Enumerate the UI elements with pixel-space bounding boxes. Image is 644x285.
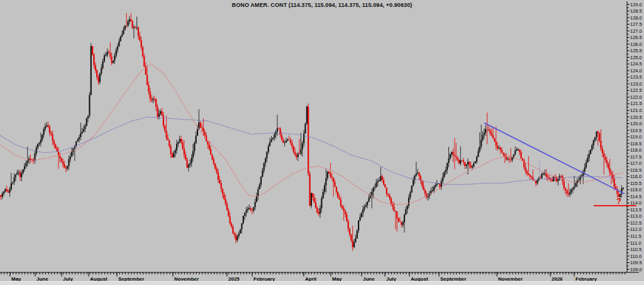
svg-text:126.5: 126.5 — [630, 35, 642, 40]
svg-text:127.0: 127.0 — [630, 28, 642, 34]
svg-text:115.0: 115.0 — [630, 187, 641, 193]
svg-text:110.5: 110.5 — [630, 247, 641, 252]
svg-text:121.5: 121.5 — [630, 101, 642, 106]
svg-text:114.0: 114.0 — [630, 200, 641, 206]
svg-text:118.5: 118.5 — [630, 141, 641, 147]
svg-text:124.5: 124.5 — [630, 61, 642, 67]
svg-text:110.0: 110.0 — [630, 254, 641, 259]
ma-fast-line — [0, 64, 623, 204]
svg-text:114.5: 114.5 — [630, 194, 641, 199]
svg-text:123.5: 123.5 — [630, 74, 642, 80]
svg-text:127.5: 127.5 — [630, 21, 642, 27]
axes — [0, 1, 639, 272]
svg-text:122.5: 122.5 — [630, 87, 642, 93]
svg-text:112.0: 112.0 — [630, 226, 641, 232]
svg-text:120.5: 120.5 — [630, 115, 642, 120]
candlesticks — [1, 13, 623, 251]
svg-text:118.0: 118.0 — [630, 147, 641, 153]
x-axis-labels: MayJuneJulyAugustSeptemberNovember2025Fe… — [1, 272, 625, 282]
trendline[interactable] — [484, 123, 625, 194]
svg-text:115.5: 115.5 — [630, 181, 641, 186]
svg-text:113.0: 113.0 — [630, 213, 641, 219]
svg-text:111.5: 111.5 — [630, 233, 641, 239]
svg-text:116.5: 116.5 — [630, 167, 641, 173]
svg-text:125.5: 125.5 — [630, 48, 642, 53]
svg-text:121.0: 121.0 — [630, 108, 642, 113]
svg-text:?: ? — [616, 196, 621, 206]
svg-text:112.5: 112.5 — [630, 220, 641, 226]
chart-window: BONO AMER. CONT (114.375, 115.094, 114.3… — [0, 0, 644, 285]
svg-text:122.0: 122.0 — [630, 94, 642, 100]
svg-text:124.0: 124.0 — [630, 68, 642, 74]
svg-text:109.5: 109.5 — [630, 260, 642, 265]
svg-text:129.0: 129.0 — [630, 2, 642, 8]
svg-text:116.0: 116.0 — [630, 174, 641, 179]
svg-text:117.5: 117.5 — [630, 154, 641, 160]
price-chart-canvas[interactable]: 109.0109.5110.0110.5111.0111.5112.0112.5… — [0, 0, 644, 285]
svg-text:128.0: 128.0 — [630, 15, 642, 21]
svg-text:120.0: 120.0 — [630, 121, 642, 126]
svg-text:109.0: 109.0 — [630, 267, 642, 272]
svg-text:119.0: 119.0 — [630, 134, 641, 140]
svg-text:128.5: 128.5 — [630, 8, 642, 14]
y-axis-labels: 109.0109.5110.0110.5111.0111.5112.0112.5… — [627, 2, 642, 272]
svg-text:111.0: 111.0 — [630, 240, 641, 246]
status-strip — [0, 281, 644, 285]
question-mark-annotation[interactable]: ? — [616, 196, 621, 206]
svg-text:123.0: 123.0 — [630, 81, 642, 87]
svg-text:117.0: 117.0 — [630, 160, 641, 166]
svg-text:125.0: 125.0 — [630, 55, 642, 60]
svg-text:119.5: 119.5 — [630, 128, 641, 133]
svg-text:113.5: 113.5 — [630, 207, 641, 213]
svg-text:126.0: 126.0 — [630, 42, 642, 47]
